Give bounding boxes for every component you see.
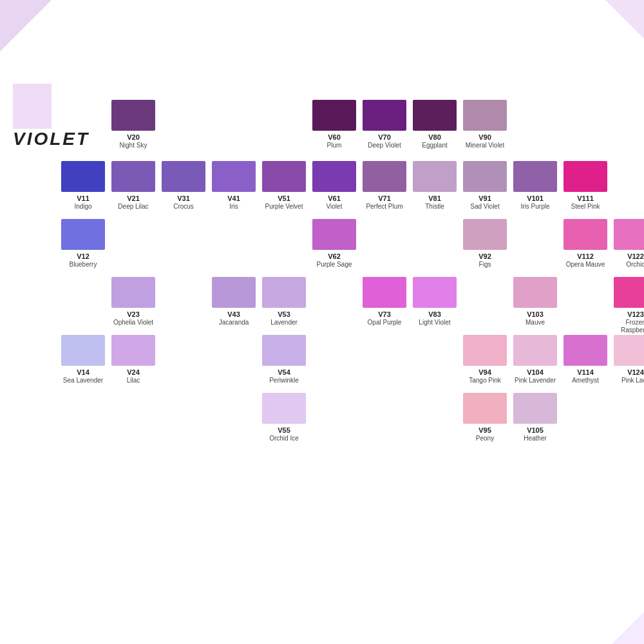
swatch-color-box: [564, 161, 607, 192]
swatch-color-box: [463, 335, 507, 366]
swatch-name: Steel Pink: [571, 203, 600, 211]
swatch-code: V24: [127, 368, 140, 377]
color-swatch-v101: V101Iris Purple: [513, 161, 557, 211]
swatch-color-box: [564, 335, 607, 366]
color-swatch-v122: V122Orchid: [614, 219, 644, 269]
color-swatch-v54: V54Periwinkle: [262, 335, 306, 384]
swatch-code: V31: [177, 194, 190, 203]
swatch-name: Figs: [479, 261, 491, 269]
swatch-code: V94: [478, 368, 491, 377]
color-swatch-v123: V123Frozen Raspberry: [614, 277, 644, 334]
swatch-name: Violet: [327, 203, 343, 211]
color-swatch-v51: V51Purple Velvet: [262, 161, 306, 211]
swatch-code: V114: [577, 368, 594, 377]
swatch-name: Purple Velvet: [265, 203, 303, 211]
corner-decoration-tr: [605, 0, 644, 39]
swatch-color-box: [513, 393, 557, 424]
color-swatch-v12: V12Blueberry: [61, 219, 105, 269]
swatch-name: Amethyst: [572, 377, 599, 384]
color-swatch-v61: V61Violet: [312, 161, 356, 211]
page-title: VIOLET: [13, 129, 90, 149]
swatch-color-box: [614, 277, 644, 308]
swatch-color-box: [312, 219, 356, 250]
color-swatch-v105: V105Heather: [513, 393, 557, 442]
color-swatch-v31: V31Crocus: [162, 161, 205, 211]
swatch-name: Deep Violet: [368, 142, 401, 149]
color-swatch-v112: V112Opera Mauve: [564, 219, 607, 269]
swatch-color-box: [262, 335, 306, 366]
swatch-color-box: [463, 161, 507, 192]
swatch-name: Opera Mauve: [566, 261, 605, 269]
swatch-name: Indigo: [74, 203, 91, 211]
swatch-code: V91: [478, 194, 491, 203]
swatch-code: V95: [478, 426, 491, 435]
color-swatch-v70: V70Deep Violet: [363, 100, 406, 149]
swatch-code: V80: [428, 133, 441, 142]
color-swatch-v111: V111Steel Pink: [564, 161, 607, 211]
swatch-color-box: [363, 100, 406, 131]
swatch-code: V12: [77, 252, 90, 261]
swatch-name: Orchid: [626, 261, 644, 269]
swatch-code: V92: [478, 252, 491, 261]
swatch-name: Pink Lavender: [515, 377, 556, 384]
swatch-name: Pink Lace: [621, 377, 644, 384]
swatch-code: V71: [378, 194, 391, 203]
color-swatch-v11: V11Indigo: [61, 161, 105, 211]
swatch-code: V105: [527, 426, 544, 435]
color-swatch-v103: V103Mauve: [513, 277, 557, 327]
swatch-code: V123: [627, 310, 644, 319]
swatch-name: Iris Purple: [520, 203, 549, 211]
swatch-name: Opal Purple: [368, 319, 402, 327]
swatch-color-box: [363, 161, 406, 192]
swatch-code: V11: [77, 194, 90, 203]
swatch-color-box: [513, 335, 557, 366]
swatch-name: Peony: [476, 435, 494, 442]
swatch-color-box: [111, 161, 155, 192]
color-swatch-v71: V71Perfect Plum: [363, 161, 406, 211]
swatch-name: Jacaranda: [219, 319, 249, 327]
color-swatch-v14: V14Sea Lavender: [61, 335, 105, 384]
swatch-code: V60: [328, 133, 341, 142]
swatch-code: V83: [428, 310, 441, 319]
swatch-code: V53: [278, 310, 290, 319]
color-swatch-v41: V41Iris: [212, 161, 256, 211]
swatch-code: V124: [627, 368, 644, 377]
swatch-color-box: [111, 335, 155, 366]
swatch-code: V23: [127, 310, 140, 319]
corner-decoration-tl: [0, 0, 52, 52]
color-swatch-v55: V55Orchid Ice: [262, 393, 306, 442]
color-swatch-v60: V60Plum: [312, 100, 356, 149]
color-swatch-v62: V62Purple Sage: [312, 219, 356, 269]
swatch-color-box: [212, 277, 256, 308]
swatch-color-box: [564, 219, 607, 250]
swatch-name: Heather: [524, 435, 547, 442]
swatch-name: Frozen Raspberry: [614, 319, 644, 334]
swatch-color-box: [614, 219, 644, 250]
swatch-code: V55: [278, 426, 290, 435]
swatch-code: V111: [577, 194, 594, 203]
swatch-color-box: [614, 335, 644, 366]
swatch-name: Tango Pink: [469, 377, 500, 384]
swatch-color-box: [162, 161, 205, 192]
color-swatch-v83: V83Light Violet: [413, 277, 457, 327]
color-swatch-v80: V80Eggplant: [413, 100, 457, 149]
swatch-name: Crocus: [173, 203, 194, 211]
swatch-color-box: [111, 100, 155, 131]
swatch-name: Purple Sage: [316, 261, 352, 269]
color-swatch-v21: V21Deep Lilac: [111, 161, 155, 211]
page: VIOLET V20Night SkyV60PlumV70Deep Violet…: [0, 0, 644, 644]
swatch-name: Eggplant: [422, 142, 447, 149]
swatch-name: Mauve: [526, 319, 545, 327]
swatch-color-box: [262, 277, 306, 308]
swatch-name: Sea Lavender: [63, 377, 103, 384]
swatch-color-box: [262, 393, 306, 424]
swatch-code: V54: [278, 368, 290, 377]
color-swatch-v53: V53Lavender: [262, 277, 306, 327]
swatch-name: Lilac: [127, 377, 140, 384]
color-swatch-v20: V20Night Sky: [111, 100, 155, 149]
swatch-code: V62: [328, 252, 341, 261]
swatch-code: V51: [278, 194, 290, 203]
swatch-name: Periwinkle: [269, 377, 299, 384]
swatch-color-box: [413, 277, 457, 308]
swatch-code: V73: [378, 310, 391, 319]
